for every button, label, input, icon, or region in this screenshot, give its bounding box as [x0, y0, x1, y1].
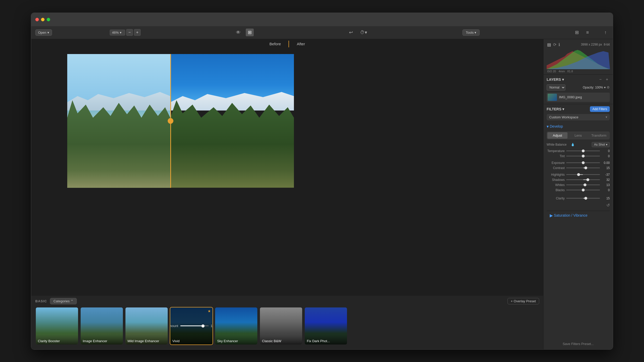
close-button[interactable] [35, 18, 39, 21]
preset-sky-enhancer[interactable]: Sky Enhancer [215, 307, 258, 345]
shadows-track[interactable] [566, 179, 600, 180]
app-window: Open ▾ 46% ▾ − + 👁 ⊞ ↩ ⏱ ▾ Tools [31, 13, 613, 350]
exposure-thumb[interactable] [582, 161, 584, 164]
open-button[interactable]: Open ▾ [35, 29, 52, 36]
zoom-increase-button[interactable]: + [134, 29, 141, 36]
chevron-down-icon: ▾ [606, 143, 607, 146]
grid-view-button[interactable]: ⊞ [573, 29, 581, 36]
temperature-value: 0 [601, 149, 610, 153]
tint-track[interactable] [566, 156, 600, 156]
minimize-button[interactable] [41, 18, 45, 21]
tab-adjust[interactable]: Adjust [547, 132, 567, 139]
compare-view-button[interactable]: ⊞ [246, 29, 254, 36]
canvas-area: Before After [31, 39, 543, 349]
preset-vivid[interactable]: Amount 100 Vivid ★ [170, 307, 213, 345]
save-filters-preset-button[interactable]: Save Filters Preset... [547, 340, 610, 347]
exposure-track[interactable] [566, 162, 600, 163]
amount-slider-thumb[interactable] [201, 324, 205, 328]
contrast-label: Contrast [547, 166, 565, 170]
history-button[interactable]: ⏱ ▾ [358, 29, 369, 36]
filters-section: FILTERS ▾ Add Filters Custom Workspace ▾… [544, 104, 613, 338]
layers-minimize-button[interactable]: − [598, 77, 603, 82]
shadows-thumb[interactable] [586, 178, 589, 181]
histogram-area: ▤ ⟳ ℹ 3998 x 2298 px 8-bit [544, 39, 613, 75]
toolbar: Open ▾ 46% ▾ − + 👁 ⊞ ↩ ⏱ ▾ Tools [31, 26, 613, 39]
blacks-track[interactable] [566, 190, 600, 190]
preset-label: Image Enhancer [81, 334, 123, 345]
shadows-label: Shadows [547, 178, 565, 182]
compare-labels: Before After [31, 39, 543, 49]
temperature-track[interactable] [566, 151, 600, 151]
shadows-slider-row: Shadows 32 [547, 178, 610, 182]
split-handle[interactable] [168, 118, 173, 124]
after-label: After [289, 40, 313, 48]
before-image [67, 54, 170, 188]
fullscreen-button[interactable] [47, 18, 50, 21]
tab-transform[interactable]: Transform [589, 132, 609, 139]
exposure-label: Exposure [547, 161, 565, 165]
tab-lens[interactable]: Lens [568, 132, 588, 139]
contrast-track[interactable] [566, 167, 600, 168]
chevron-down-icon: ▾ [606, 115, 607, 119]
temperature-label: Temperature [547, 149, 565, 153]
preset-mild-image-enhancer[interactable]: Mild Image Enhancer [125, 307, 168, 345]
title-bar [31, 13, 613, 26]
workspace-selector[interactable]: Custom Workspace ▾ [547, 114, 610, 120]
tint-slider-row: Tint 0 [547, 154, 610, 158]
zoom-control: 46% ▾ − + [110, 29, 141, 36]
preset-label: Classic B&W [260, 334, 302, 345]
develop-header[interactable]: ▾ Develop [547, 123, 610, 130]
highlights-track[interactable] [566, 174, 600, 175]
layer-settings-button[interactable]: ⚙ [607, 85, 610, 89]
export-button[interactable]: ↑ [602, 29, 609, 36]
right-panel: ▤ ⟳ ℹ 3998 x 2298 px 8-bit [543, 39, 613, 349]
overlay-preset-button[interactable]: + Overlay Preset [507, 298, 539, 304]
split-divider[interactable] [170, 54, 171, 188]
preset-label: Fix Dark Phot... [305, 334, 347, 345]
blacks-thumb[interactable] [582, 189, 584, 191]
tint-label: Tint [547, 154, 565, 158]
whites-thumb[interactable] [584, 183, 587, 186]
histogram-icons: ▤ ⟳ ℹ [547, 42, 561, 48]
undo-icon: ↩ [349, 30, 353, 35]
amount-slider[interactable] [180, 325, 209, 326]
contrast-slider-row: Contrast 15 [547, 166, 610, 170]
categories-button[interactable]: Categories ⌃ [50, 298, 77, 304]
undo-button[interactable]: ↩ [347, 29, 355, 36]
contrast-value: 15 [601, 166, 610, 170]
layers-add-button[interactable]: + [604, 77, 610, 82]
adjustments-button[interactable]: ≡ [584, 29, 591, 36]
whites-track[interactable] [566, 184, 600, 185]
highlights-slider-row: Highlights -37 [547, 173, 610, 176]
preset-fix-dark-photo[interactable]: Fix Dark Phot... [304, 307, 348, 345]
highlights-thumb[interactable] [577, 173, 580, 176]
saturation-header[interactable]: ▶ Saturation / Vibrance [550, 213, 607, 218]
clarity-track[interactable] [566, 198, 600, 199]
white-balance-row: White Balance 💧 As Shot ▾ [547, 142, 610, 147]
clarity-label-text: Clarity [547, 197, 565, 200]
tint-value: 0 [601, 154, 610, 158]
develop-title: Develop [550, 124, 563, 128]
blacks-label: Blacks [547, 188, 565, 192]
contrast-thumb[interactable] [584, 166, 587, 169]
tools-button[interactable]: Tools ▾ [462, 29, 480, 36]
histogram-info-button[interactable]: ℹ [558, 42, 561, 48]
histogram-view-button[interactable]: ▤ [547, 42, 552, 48]
layer-item[interactable]: IMG_0080.jpeg [547, 93, 610, 102]
layers-controls: − + [598, 77, 610, 82]
clarity-thumb[interactable] [584, 197, 587, 200]
wb-label: White Balance [547, 143, 570, 146]
reset-button[interactable]: ↺ [606, 203, 610, 208]
white-balance-selector[interactable]: As Shot ▾ [592, 142, 610, 147]
add-filters-button[interactable]: Add Filters [590, 106, 610, 112]
tint-thumb[interactable] [582, 155, 584, 157]
histogram-mode-button[interactable]: ⟳ [553, 42, 557, 48]
preset-image-enhancer[interactable]: Image Enhancer [80, 307, 123, 345]
blend-mode-select[interactable]: Normal [547, 84, 565, 91]
temperature-thumb[interactable] [582, 149, 584, 152]
preset-clarity-booster[interactable]: Clarity Booster [35, 307, 79, 345]
preset-label: Clarity Booster [36, 334, 78, 345]
zoom-decrease-button[interactable]: − [126, 29, 133, 36]
preset-classic-bw[interactable]: Classic B&W [259, 307, 303, 345]
preview-toggle-button[interactable]: 👁 [234, 29, 243, 36]
